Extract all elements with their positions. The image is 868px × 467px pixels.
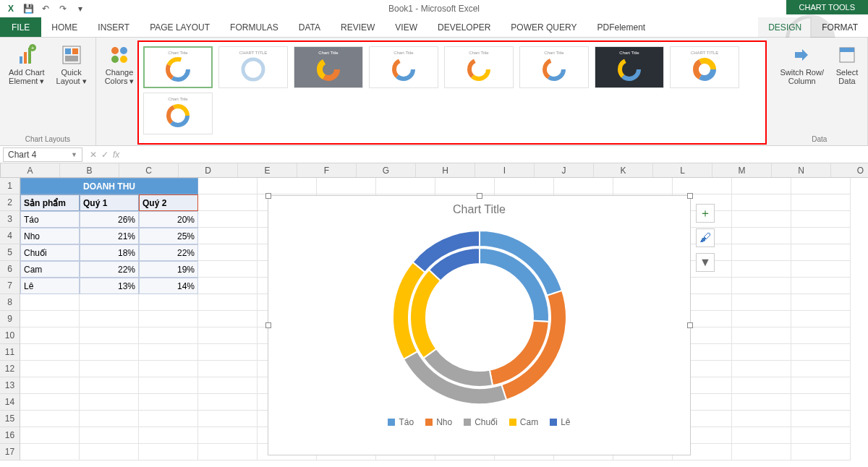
- formula-enter-icon[interactable]: ✓: [101, 150, 109, 160]
- cell-B4[interactable]: 21%: [80, 228, 139, 244]
- cell-C4[interactable]: 25%: [139, 228, 198, 244]
- chart-handle-e[interactable]: [687, 322, 693, 328]
- col-O[interactable]: O: [831, 163, 868, 177]
- tab-home[interactable]: HOME: [41, 17, 88, 37]
- row-13[interactable]: 13: [0, 377, 20, 394]
- chart-style-8[interactable]: CHART TITLE: [670, 46, 739, 88]
- cell-C2[interactable]: Quý 2: [139, 194, 198, 211]
- row-9[interactable]: 9: [0, 311, 20, 327]
- chart-styles-gallery[interactable]: Chart Title CHART TITLE Chart Title Char…: [137, 40, 767, 145]
- chart-legend[interactable]: Táo Nho Chuối Cam Lê: [268, 411, 690, 427]
- cell-A3[interactable]: Táo: [20, 211, 80, 228]
- chart-style-9[interactable]: Chart Title: [143, 93, 213, 134]
- cell-A5[interactable]: Chuối: [20, 244, 80, 261]
- cell-C3[interactable]: 20%: [139, 211, 198, 228]
- col-M[interactable]: M: [712, 163, 772, 177]
- col-H[interactable]: H: [416, 163, 475, 177]
- cell-B3[interactable]: 26%: [80, 211, 139, 228]
- row-1[interactable]: 1: [0, 178, 20, 194]
- col-C[interactable]: C: [119, 163, 179, 177]
- row-5[interactable]: 5: [0, 244, 20, 261]
- chart-style-7[interactable]: Chart Title: [595, 46, 664, 88]
- tab-review[interactable]: REVIEW: [331, 17, 385, 37]
- chart-handle-w[interactable]: [265, 322, 271, 328]
- name-box-dropdown-icon[interactable]: ▼: [71, 151, 77, 158]
- redo-icon[interactable]: ↷: [56, 2, 69, 15]
- col-E[interactable]: E: [238, 163, 297, 177]
- tab-developer[interactable]: DEVELOPER: [427, 17, 501, 37]
- row-6[interactable]: 6: [0, 261, 20, 278]
- cell-B2[interactable]: Quý 1: [80, 194, 139, 211]
- chart-style-6[interactable]: Chart Title: [519, 46, 589, 88]
- chart-style-5[interactable]: Chart Title: [444, 46, 514, 88]
- tab-view[interactable]: VIEW: [385, 17, 427, 37]
- col-N[interactable]: N: [772, 163, 831, 177]
- row-8[interactable]: 8: [0, 294, 20, 311]
- row-14[interactable]: 14: [0, 394, 20, 411]
- chart-filters-button[interactable]: ▼: [696, 253, 715, 272]
- chart-elements-button[interactable]: ＋: [696, 204, 715, 223]
- col-I[interactable]: I: [475, 163, 535, 177]
- name-box[interactable]: Chart 4 ▼: [3, 147, 82, 162]
- tab-file[interactable]: FILE: [0, 17, 41, 37]
- col-K[interactable]: K: [594, 163, 653, 177]
- donut-chart[interactable]: [386, 223, 574, 411]
- cell-A6[interactable]: Cam: [20, 261, 80, 278]
- cell-B7[interactable]: 13%: [80, 278, 139, 294]
- chart-handle-ne[interactable]: [687, 193, 693, 199]
- chart-plot-area[interactable]: [268, 223, 690, 411]
- quick-layout-button[interactable]: Quick Layout ▾: [54, 40, 90, 89]
- cell-B5[interactable]: 18%: [80, 244, 139, 261]
- col-J[interactable]: J: [535, 163, 594, 177]
- row-2[interactable]: 2: [0, 194, 20, 211]
- chart-style-4[interactable]: Chart Title: [369, 46, 438, 88]
- col-D[interactable]: D: [179, 163, 238, 177]
- legend-tao[interactable]: Táo: [388, 417, 414, 427]
- tab-page-layout[interactable]: PAGE LAYOUT: [140, 17, 220, 37]
- legend-chuoi[interactable]: Chuối: [464, 417, 498, 427]
- embedded-chart[interactable]: Chart Title Táo Nho Chuối Cam Lê: [268, 195, 691, 455]
- add-chart-element-button[interactable]: + Add Chart Element ▾: [6, 40, 48, 89]
- chart-handle-nw[interactable]: [265, 193, 271, 199]
- cell-C5[interactable]: 22%: [139, 244, 198, 261]
- cell-B6[interactable]: 22%: [80, 261, 139, 278]
- tab-pdfelement[interactable]: PDFelement: [587, 17, 655, 37]
- cell-A7[interactable]: Lê: [20, 278, 80, 294]
- col-F[interactable]: F: [297, 163, 357, 177]
- cell-C7[interactable]: 14%: [139, 278, 198, 294]
- legend-cam[interactable]: Cam: [509, 417, 538, 427]
- tab-formulas[interactable]: FORMULAS: [220, 17, 289, 37]
- formula-cancel-icon[interactable]: ✕: [90, 150, 97, 160]
- col-G[interactable]: G: [357, 163, 416, 177]
- row-16[interactable]: 16: [0, 427, 20, 444]
- cell-A2[interactable]: Sản phẩm: [20, 194, 80, 211]
- row-4[interactable]: 4: [0, 228, 20, 244]
- chart-title[interactable]: Chart Title: [268, 196, 690, 223]
- row-12[interactable]: 12: [0, 361, 20, 377]
- qat-dropdown-icon[interactable]: ▾: [74, 2, 87, 15]
- row-7[interactable]: 7: [0, 278, 20, 294]
- row-11[interactable]: 11: [0, 344, 20, 361]
- tab-data[interactable]: DATA: [289, 17, 331, 37]
- chart-handle-n[interactable]: [477, 193, 482, 199]
- cell-C6[interactable]: 19%: [139, 261, 198, 278]
- row-17[interactable]: 17: [0, 444, 20, 460]
- chart-styles-button[interactable]: 🖌: [696, 228, 715, 247]
- row-3[interactable]: 3: [0, 211, 20, 228]
- save-icon[interactable]: 💾: [22, 2, 35, 15]
- chart-style-3[interactable]: Chart Title: [294, 46, 363, 88]
- chart-style-1[interactable]: Chart Title: [143, 46, 213, 88]
- legend-le[interactable]: Lê: [550, 417, 570, 427]
- col-L[interactable]: L: [653, 163, 712, 177]
- select-data-button[interactable]: Select Data: [833, 40, 861, 88]
- cell-A4[interactable]: Nho: [20, 228, 80, 244]
- col-A[interactable]: A: [1, 163, 60, 177]
- col-B[interactable]: B: [60, 163, 119, 177]
- change-colors-button[interactable]: Change Colors ▾: [102, 40, 137, 89]
- switch-row-column-button[interactable]: Switch Row/ Column: [777, 40, 827, 88]
- legend-nho[interactable]: Nho: [425, 417, 452, 427]
- tab-insert[interactable]: INSERT: [88, 17, 140, 37]
- tab-power-query[interactable]: POWER QUERY: [501, 17, 587, 37]
- chart-style-2[interactable]: CHART TITLE: [218, 46, 288, 88]
- fx-icon[interactable]: fx: [113, 150, 119, 160]
